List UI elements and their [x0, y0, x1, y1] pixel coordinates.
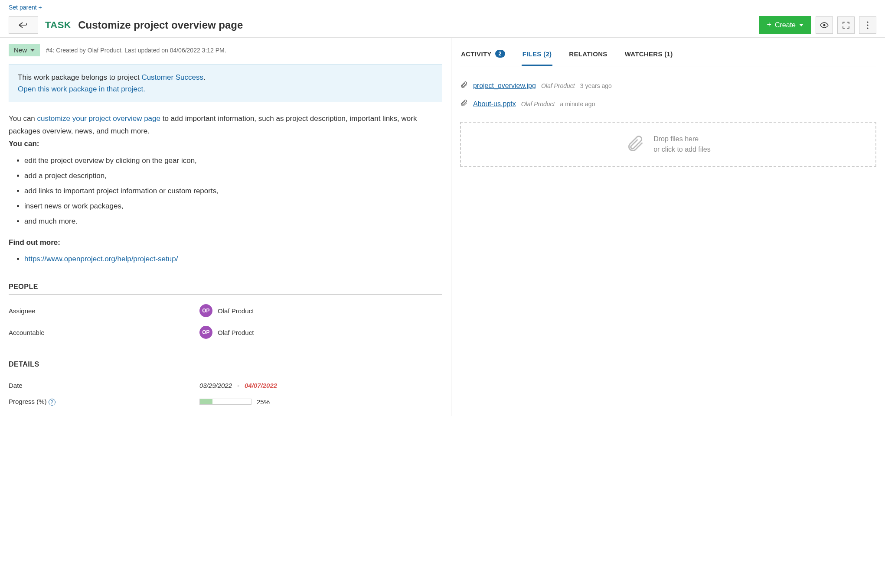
fullscreen-button[interactable] — [837, 16, 855, 34]
eye-icon — [820, 22, 829, 28]
list-item: insert news or work packages, — [24, 200, 442, 213]
file-time: 3 years ago — [580, 82, 612, 89]
wp-description[interactable]: You can customize your project overview … — [9, 113, 442, 266]
file-name[interactable]: About-us.pptx — [473, 100, 516, 108]
kebab-icon — [867, 21, 869, 29]
tab-activity[interactable]: ACTIVITY 2 — [460, 45, 506, 66]
tab-relations[interactable]: RELATIONS — [568, 45, 608, 66]
progress-value[interactable]: 25% — [199, 398, 270, 406]
list-item: edit the project overview by clicking on… — [24, 155, 442, 167]
list-item: and much more. — [24, 215, 442, 228]
back-button[interactable] — [9, 16, 38, 34]
date-label: Date — [9, 382, 199, 389]
back-arrow-icon — [19, 22, 28, 28]
attachment-icon — [460, 81, 468, 91]
help-icon[interactable]: ? — [49, 399, 56, 406]
set-parent-link[interactable]: Set parent + — [9, 4, 42, 11]
watch-button[interactable] — [816, 16, 833, 34]
svg-point-3 — [867, 27, 868, 29]
wp-title[interactable]: Customize project overview page — [78, 19, 243, 31]
progress-label: Progress (%)? — [9, 398, 199, 406]
plus-icon: + — [39, 4, 42, 11]
file-name[interactable]: project_overview.jpg — [473, 82, 536, 90]
customize-overview-link[interactable]: customize your project overview page — [37, 114, 160, 123]
create-button[interactable]: + Create — [759, 16, 811, 34]
more-menu-button[interactable] — [859, 16, 876, 34]
help-link[interactable]: https://www.openproject.org/help/project… — [24, 255, 178, 263]
assignee-label: Assignee — [9, 307, 199, 315]
chevron-down-icon — [30, 49, 35, 52]
file-time: a minute ago — [560, 101, 595, 107]
section-people: PEOPLE — [9, 283, 442, 295]
file-dropzone[interactable]: Drop files here or click to add files — [460, 122, 876, 167]
tab-files[interactable]: FILES (2) — [522, 45, 553, 66]
expand-icon — [843, 22, 849, 29]
accountable-value[interactable]: OP Olaf Product — [199, 326, 254, 339]
list-item: add links to important project informati… — [24, 185, 442, 198]
svg-point-2 — [867, 24, 868, 26]
wp-type-label: TASK — [45, 19, 71, 31]
file-row[interactable]: About-us.pptx Olaf Product a minute ago — [460, 95, 876, 113]
file-author: Olaf Product — [521, 101, 555, 107]
attachment-icon — [460, 99, 468, 109]
svg-point-1 — [867, 21, 868, 23]
list-item: add a project description, — [24, 170, 442, 182]
file-row[interactable]: project_overview.jpg Olaf Product 3 year… — [460, 77, 876, 95]
file-author: Olaf Product — [541, 82, 575, 89]
progress-bar — [199, 399, 251, 405]
attachment-icon — [626, 134, 645, 155]
tab-watchers[interactable]: WATCHERS (1) — [624, 45, 674, 66]
project-context-box: This work package belongs to project Cus… — [9, 64, 442, 102]
avatar: OP — [199, 326, 212, 339]
status-dropdown[interactable]: New — [9, 44, 40, 56]
avatar: OP — [199, 304, 212, 317]
section-details: DETAILS — [9, 361, 442, 372]
activity-badge: 2 — [495, 50, 505, 58]
chevron-down-icon — [799, 24, 803, 26]
wp-meta: #4: Created by Olaf Product. Last update… — [46, 47, 226, 54]
accountable-label: Accountable — [9, 329, 199, 336]
plus-icon: + — [767, 20, 771, 29]
date-value[interactable]: 03/29/2022 - 04/07/2022 — [199, 382, 277, 389]
project-link[interactable]: Customer Success — [141, 73, 203, 81]
list-item: https://www.openproject.org/help/project… — [24, 253, 442, 266]
open-in-project-link[interactable]: Open this work package in that project. — [18, 85, 145, 93]
assignee-value[interactable]: OP Olaf Product — [199, 304, 254, 317]
svg-point-0 — [823, 24, 826, 26]
